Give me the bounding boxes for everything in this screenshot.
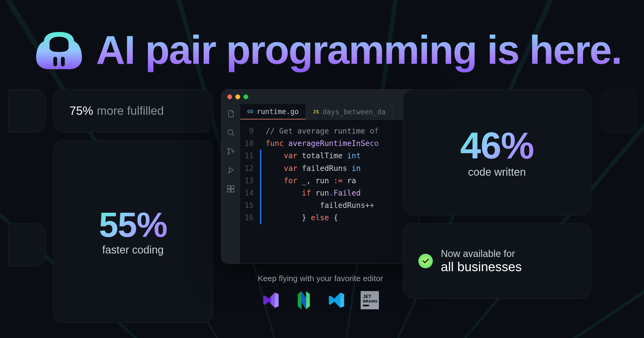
- svg-rect-11: [228, 189, 230, 192]
- tab-filename: runtime.go: [257, 108, 299, 116]
- hero: AI pair programming is here.: [35, 27, 612, 73]
- svg-point-1: [62, 41, 68, 47]
- stat-percent: 46%: [460, 127, 534, 164]
- extensions-icon[interactable]: [226, 185, 235, 194]
- svg-rect-2: [53, 57, 57, 66]
- svg-point-6: [228, 153, 230, 155]
- source-control-icon[interactable]: [226, 147, 235, 157]
- availability-line2: all businesses: [441, 259, 522, 274]
- debug-icon[interactable]: [226, 166, 235, 175]
- svg-rect-12: [231, 189, 234, 192]
- stat-card-code-written: 46% code written: [403, 89, 591, 215]
- copilot-logo-icon: [35, 28, 83, 72]
- svg-rect-16: [363, 305, 369, 306]
- stat-card-faster: 55% faster coding: [53, 140, 213, 323]
- svg-rect-9: [228, 186, 230, 189]
- vscode-icon: [327, 291, 346, 310]
- code-line: 9// Get average runtime of: [240, 125, 419, 137]
- code-line: 14 if run.Failed: [240, 187, 419, 199]
- tab-filename: days_between_da: [323, 108, 386, 116]
- tab-language-icon: JS: [313, 109, 319, 115]
- svg-point-0: [50, 41, 56, 47]
- search-icon[interactable]: [226, 128, 235, 138]
- stat-label: code written: [468, 166, 526, 178]
- line-number: 15: [240, 199, 260, 212]
- decorative-card: [8, 89, 46, 132]
- window-zoom-icon[interactable]: [243, 94, 248, 99]
- check-icon: [418, 254, 433, 268]
- svg-text:BRAINS: BRAINS: [363, 299, 378, 303]
- code-line: 12 var failedRuns in: [240, 162, 419, 175]
- line-number: 13: [240, 175, 260, 187]
- window-close-icon[interactable]: [227, 94, 232, 99]
- svg-text:JET: JET: [363, 294, 372, 299]
- activity-bar: [221, 104, 240, 263]
- stat-card-fulfilled: 75% more fulfilled: [53, 89, 213, 132]
- decorative-card: [8, 223, 46, 266]
- line-number: 10: [240, 137, 260, 150]
- editor-tab[interactable]: JSdays_between_da: [306, 104, 393, 119]
- availability-card: Now available for all businesses: [403, 223, 591, 299]
- stat-percent: 55%: [99, 207, 167, 242]
- code-editor-window: GOruntime.goJSdays_between_da 9// Get av…: [221, 89, 420, 264]
- code-area[interactable]: 9// Get average runtime of10func average…: [240, 120, 419, 263]
- files-icon[interactable]: [226, 109, 235, 119]
- jetbrains-icon: JETBRAINS: [361, 291, 379, 310]
- code-line: 16 } else {: [240, 212, 419, 224]
- svg-rect-10: [231, 186, 234, 189]
- line-number: 16: [240, 212, 260, 224]
- neovim-icon: [295, 291, 312, 310]
- svg-rect-3: [61, 57, 65, 66]
- line-number: 14: [240, 187, 260, 199]
- stat-label: faster coding: [102, 244, 164, 256]
- svg-point-4: [228, 130, 233, 135]
- line-number: 9: [240, 125, 260, 137]
- line-number: 12: [240, 162, 260, 175]
- decorative-card: [601, 89, 636, 132]
- svg-point-8: [228, 172, 229, 173]
- code-line: 13 for _, run := ra: [240, 175, 419, 187]
- svg-point-5: [228, 148, 230, 150]
- editor-logos-row: JETBRAINS: [221, 291, 420, 310]
- stat-percent: 75%: [69, 104, 93, 117]
- tab-language-icon: GO: [247, 109, 254, 114]
- code-line: 15 failedRuns++: [240, 199, 419, 212]
- stat-label: more fulfilled: [97, 104, 164, 117]
- window-titlebar: [221, 90, 419, 104]
- availability-line1: Now available for: [441, 248, 522, 259]
- editor-tab[interactable]: GOruntime.go: [240, 104, 306, 119]
- svg-point-7: [232, 150, 234, 152]
- visual-studio-icon: [262, 291, 280, 310]
- hero-title: AI pair programming is here.: [96, 27, 621, 73]
- line-number: 11: [240, 150, 260, 162]
- editors-caption: Keep flying with your favorite editor: [221, 274, 420, 283]
- code-line: 11 var totalTime int: [240, 150, 419, 162]
- editor-tabs: GOruntime.goJSdays_between_da: [240, 104, 419, 120]
- code-line: 10func averageRuntimeInSeco: [240, 137, 419, 150]
- window-minimize-icon[interactable]: [235, 94, 240, 99]
